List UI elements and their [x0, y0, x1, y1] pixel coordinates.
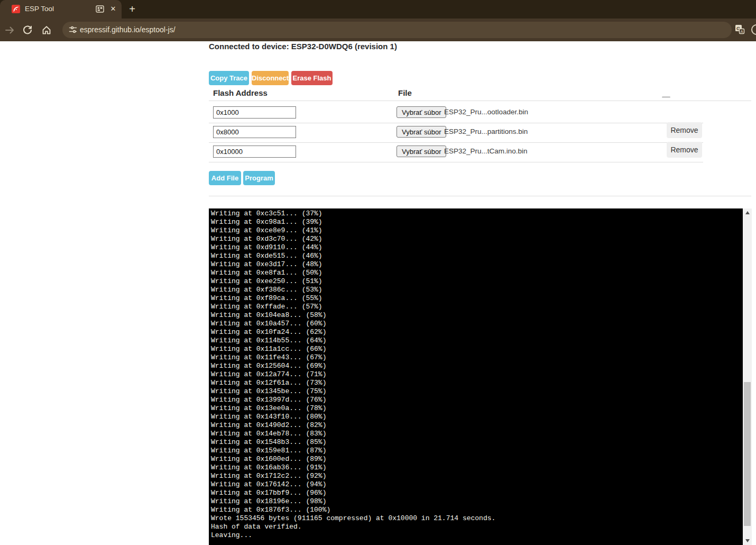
address-bar[interactable]: espressif.github.io/esptool-js/	[62, 22, 732, 38]
browser-window: ESP Tool ✕ +	[0, 0, 756, 545]
terminal-console: Writing at 0xc3c51... (37%) Writing at 0…	[209, 208, 743, 545]
url-text[interactable]: espressif.github.io/esptool-js/	[80, 25, 176, 34]
tab-grid-icon	[96, 5, 104, 15]
connection-status: Connected to device: ESP32-D0WDQ6 (revis…	[209, 42, 397, 51]
choose-file-button[interactable]: Vybrať súbor	[397, 126, 446, 138]
add-file-button[interactable]: Add File	[209, 171, 241, 185]
program-button[interactable]: Program	[243, 171, 275, 185]
terminal-scrollbar[interactable]	[743, 208, 752, 545]
remove-file-button[interactable]: Remove	[667, 122, 702, 138]
row-divider	[209, 142, 703, 143]
row-divider	[209, 162, 703, 162]
flash-address-input[interactable]	[213, 106, 296, 119]
scroll-up-icon[interactable]	[743, 208, 752, 217]
terminal-output: Writing at 0xc3c51... (37%) Writing at 0…	[209, 208, 743, 540]
scroll-down-icon[interactable]	[743, 537, 752, 545]
esptool-page: Connected to device: ESP32-D0WDQ6 (revis…	[0, 41, 756, 545]
browser-tab[interactable]: ESP Tool ✕	[0, 0, 122, 19]
remove-file-button[interactable]: Remove	[667, 142, 702, 158]
new-tab-icon[interactable]: +	[125, 3, 139, 16]
copy-trace-button[interactable]: Copy Trace	[209, 71, 249, 85]
home-icon[interactable]	[41, 25, 52, 35]
file-name: ESP32_Pru...tCam.ino.bin	[444, 147, 528, 155]
espressif-logo-icon	[12, 5, 20, 13]
choose-file-button[interactable]: Vybrať súbor	[397, 146, 446, 157]
svg-text:A: A	[741, 30, 743, 33]
flash-address-input[interactable]	[213, 126, 296, 138]
section-divider	[209, 196, 751, 196]
profile-icon[interactable]	[751, 24, 756, 35]
tab-strip: ESP Tool ✕ +	[0, 0, 756, 19]
tab-title: ESP Tool	[25, 5, 54, 13]
header-divider	[209, 101, 751, 101]
choose-file-button[interactable]: Vybrať súbor	[397, 106, 446, 118]
file-name: ESP32_Pru...ootloader.bin	[444, 108, 528, 116]
translate-icon[interactable]: G A	[734, 23, 745, 37]
file-header: File	[398, 88, 412, 97]
erase-flash-button[interactable]: Erase Flash	[291, 71, 333, 85]
flash-address-input[interactable]	[213, 146, 296, 158]
remove-column-dash	[662, 96, 670, 98]
file-name: ESP32_Pru...partitions.bin	[444, 128, 528, 135]
disconnect-button[interactable]: Disconnect	[252, 71, 289, 85]
flash-address-header: Flash Address	[213, 88, 268, 97]
row-divider	[209, 123, 703, 123]
site-settings-icon[interactable]	[68, 25, 78, 37]
browser-toolbar: espressif.github.io/esptool-js/ G A	[0, 19, 756, 41]
forward-icon[interactable]	[4, 25, 15, 35]
close-icon[interactable]: ✕	[108, 4, 118, 14]
refresh-icon[interactable]	[22, 25, 33, 35]
scrollbar-thumb[interactable]	[744, 382, 751, 526]
